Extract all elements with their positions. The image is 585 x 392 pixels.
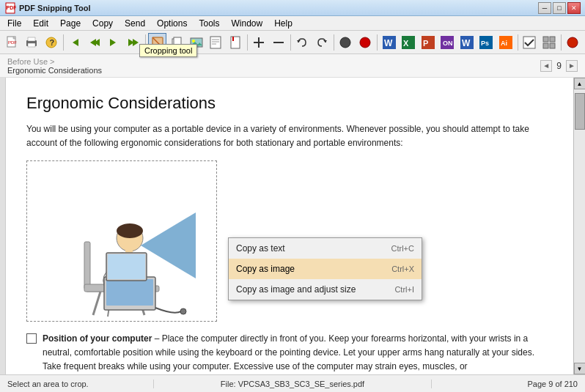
cropping-tool-tooltip: Cropping tool xyxy=(139,44,197,57)
tb-bookmark[interactable] xyxy=(226,33,245,52)
svg-rect-7 xyxy=(28,37,35,41)
scroll-track xyxy=(574,89,586,363)
tb-circle1[interactable] xyxy=(336,33,356,52)
svg-text:Ps: Ps xyxy=(481,40,489,47)
breadcrumb: Before Use > Ergonomic Considerations ◄ … xyxy=(0,54,585,78)
tb-print[interactable] xyxy=(23,33,42,52)
left-margin xyxy=(0,78,6,374)
menu-page[interactable]: Page xyxy=(54,17,87,30)
svg-marker-15 xyxy=(133,39,139,46)
toolbar-sep-8 xyxy=(561,34,562,51)
svg-rect-52 xyxy=(550,37,555,42)
tb-back[interactable] xyxy=(66,33,85,52)
svg-point-55 xyxy=(567,37,578,48)
tb-undo[interactable] xyxy=(293,33,312,52)
context-menu-copy-image-size[interactable]: Copy as image and adjust size Ctrl+I xyxy=(229,279,422,300)
app-title: PDF Snipping Tool xyxy=(19,4,538,12)
prev-page-button[interactable]: ◄ xyxy=(540,60,552,72)
svg-point-34 xyxy=(340,37,350,48)
svg-text:Ai: Ai xyxy=(501,40,507,47)
copy-text-label: Copy as text xyxy=(236,242,285,255)
tb-new[interactable]: PDF xyxy=(3,33,22,52)
svg-rect-57 xyxy=(84,242,90,289)
svg-marker-71 xyxy=(141,212,196,278)
image-context-row: Copy as text Ctrl+C Copy as image Ctrl+X… xyxy=(26,160,553,322)
svg-text:ON: ON xyxy=(443,40,453,47)
svg-text:?: ? xyxy=(49,38,54,47)
tb-check[interactable] xyxy=(520,33,540,52)
tb-plus[interactable] xyxy=(250,33,269,52)
bullet-item-1: Position of your computer – Place the co… xyxy=(26,332,553,373)
tb-ai[interactable]: Ai xyxy=(496,33,515,52)
breadcrumb-current: Ergonomic Considerations xyxy=(7,66,102,75)
toolbar-sep-4 xyxy=(290,34,291,51)
scrollbar-right: ▲ ▼ xyxy=(573,78,585,374)
page-content: Ergonomic Considerations You will be usi… xyxy=(26,91,553,373)
svg-text:P: P xyxy=(423,39,428,48)
page-title: Ergonomic Considerations xyxy=(26,91,553,115)
status-mid: File: VPCSA3_SB3_SC3_SE_series.pdf xyxy=(154,380,432,388)
menu-bar: File Edit Page Copy Send Options Tools W… xyxy=(0,16,585,31)
scroll-down-button[interactable]: ▼ xyxy=(574,363,586,374)
menu-file[interactable]: File xyxy=(1,17,27,30)
minimize-button[interactable]: ─ xyxy=(538,2,551,14)
bullet-text: Position of your computer – Place the co… xyxy=(43,332,553,373)
tb-redo[interactable] xyxy=(312,33,331,52)
context-menu-copy-text[interactable]: Copy as text Ctrl+C xyxy=(229,238,422,259)
toolbar-sep-7 xyxy=(518,34,518,51)
svg-text:PDF: PDF xyxy=(7,5,17,10)
status-left: Select an area to crop. xyxy=(0,380,154,388)
svg-text:W: W xyxy=(384,38,393,48)
svg-text:PDF: PDF xyxy=(8,40,17,45)
tb-ppt[interactable]: P xyxy=(419,33,438,52)
svg-rect-67 xyxy=(106,279,153,306)
tb-one[interactable]: ON xyxy=(438,33,457,52)
tb-help[interactable]: ? xyxy=(42,33,61,52)
tb-red-circle[interactable] xyxy=(564,33,583,52)
tb-doc[interactable] xyxy=(206,33,225,52)
next-page-button[interactable]: ► xyxy=(566,60,578,72)
menu-copy[interactable]: Copy xyxy=(87,17,119,30)
svg-marker-13 xyxy=(110,39,116,46)
ergonomic-illustration xyxy=(27,161,218,322)
breadcrumb-parent: Before Use > xyxy=(7,57,55,66)
status-right: Page 9 of 210 xyxy=(432,380,585,388)
title-bar: PDF PDF Snipping Tool ─ □ ✕ xyxy=(0,0,585,16)
menu-edit[interactable]: Edit xyxy=(27,17,54,30)
toolbar-sep-1 xyxy=(63,34,64,51)
bullet-label: Position of your computer xyxy=(43,333,152,344)
tb-minus[interactable] xyxy=(269,33,288,52)
menu-tools[interactable]: Tools xyxy=(193,17,225,30)
scroll-up-button[interactable]: ▲ xyxy=(574,78,586,89)
bullet-checkbox xyxy=(26,333,37,344)
svg-marker-10 xyxy=(73,39,78,46)
menu-options[interactable]: Options xyxy=(151,17,193,30)
tb-word[interactable]: W xyxy=(380,33,399,52)
copy-image-shortcut: Ctrl+X xyxy=(391,263,414,275)
menu-window[interactable]: Window xyxy=(225,17,268,30)
content-area: Ergonomic Considerations You will be usi… xyxy=(6,78,573,374)
menu-send[interactable]: Send xyxy=(119,17,151,30)
toolbar-sep-6 xyxy=(377,34,378,51)
tb-ps[interactable]: Ps xyxy=(477,33,496,52)
app-icon: PDF xyxy=(4,2,16,14)
context-menu-copy-image[interactable]: Copy as image Ctrl+X xyxy=(229,259,422,279)
svg-rect-69 xyxy=(108,254,145,279)
tb-excel[interactable]: X xyxy=(399,33,418,52)
tb-word2[interactable]: W xyxy=(457,33,477,52)
tb-back2[interactable] xyxy=(85,33,104,52)
tb-grid[interactable] xyxy=(540,33,559,52)
tb-circle2[interactable] xyxy=(356,33,375,52)
svg-point-35 xyxy=(360,37,370,48)
svg-rect-23 xyxy=(210,37,221,48)
svg-point-65 xyxy=(117,223,143,238)
svg-rect-54 xyxy=(550,43,555,48)
close-button[interactable]: ✕ xyxy=(567,2,581,14)
maximize-button[interactable]: □ xyxy=(553,2,566,14)
page-number: 9 xyxy=(556,61,562,71)
menu-help[interactable]: Help xyxy=(268,17,298,30)
svg-text:X: X xyxy=(403,39,409,48)
tb-forward[interactable] xyxy=(105,33,124,52)
image-container xyxy=(26,160,217,322)
scroll-thumb[interactable] xyxy=(575,93,585,130)
